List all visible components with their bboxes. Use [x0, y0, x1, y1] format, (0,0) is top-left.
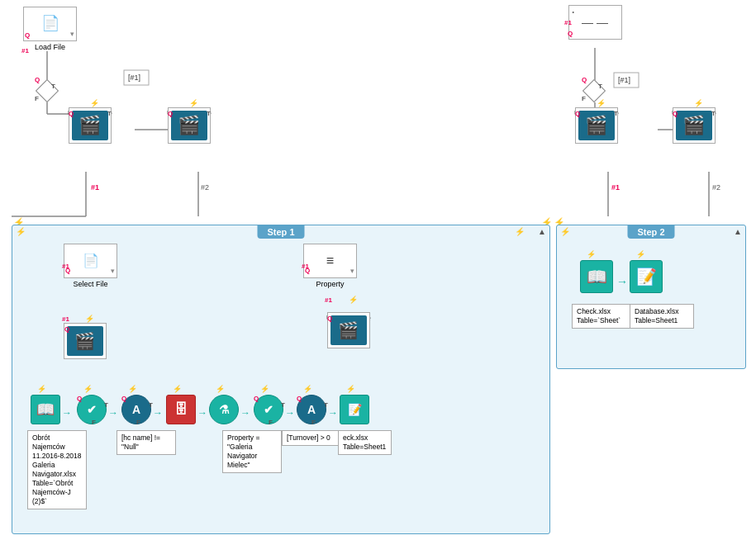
- property-node[interactable]: ≡ ▾ Property Q #1: [303, 244, 357, 288]
- step2-collapse[interactable]: ▲: [734, 227, 742, 236]
- alpha-node-2[interactable]: ⚡ A Q T F: [297, 395, 326, 424]
- check-node-2[interactable]: ⚡ ✔ Q T F: [254, 395, 283, 424]
- svg-text:[#1]: [#1]: [128, 73, 140, 82]
- filter3-data: [Turnover] > 0: [282, 430, 341, 446]
- update-formula-2[interactable]: 🎬 Update Valuewith Formula Q T ⚡: [167, 107, 212, 126]
- liquid-node[interactable]: ⚡ ⚗: [209, 395, 239, 424]
- formula-icon-4: 🎬: [676, 111, 712, 140]
- upload-db-node[interactable]: — — • Upload to Database Q #1: [566, 5, 624, 23]
- update-input-icon: 🎬: [67, 326, 103, 356]
- svg-text:#2: #2: [712, 183, 720, 192]
- svg-text:[#1]: [#1]: [618, 76, 630, 84]
- update-value-node[interactable]: 🎬 Update Value Q ⚡ #1: [326, 312, 371, 322]
- step1-container: Step 1 ▲ ⚡ ⚡ 📄 ▾ Select File Q #1 🎬 Upda…: [12, 225, 550, 534]
- step2-container: Step 2 ▲ ⚡ ⚡ 📖 → ⚡ 📝 Check.xlsxTable=`Sh…: [556, 225, 746, 369]
- alpha-node-1[interactable]: ⚡ A Q T F: [121, 395, 151, 424]
- load-file-node[interactable]: 📄 ▾ Load File #1 Q: [23, 7, 77, 51]
- formula-icon-2: 🎬: [171, 111, 207, 140]
- upload-db-icon: — —: [582, 16, 608, 30]
- update-formula-4[interactable]: 🎬 Update Valuewith Formula Q T ⚡: [672, 107, 716, 126]
- write-node-2[interactable]: ⚡ 📝: [630, 260, 663, 293]
- update-formula-1[interactable]: 🎬 Update Valuewith Formula Q T ⚡: [68, 107, 112, 126]
- property-icon: ≡: [326, 253, 334, 268]
- select-file-node[interactable]: 📄 ▾ Select File Q #1: [64, 244, 117, 288]
- canvas: #1 #2 [#1] #1 #2 [#1] #1 #1 #1 #1: [0, 0, 756, 540]
- write1-data: eck.xlsxTable=Sheet1: [338, 430, 392, 455]
- formula-icon-3: 🎬: [578, 111, 615, 140]
- step1-collapse[interactable]: ▲: [538, 227, 546, 236]
- svg-rect-19: [124, 70, 149, 85]
- update-input-node[interactable]: 🎬 Update InputData Tool Q ⚡ #1: [64, 323, 107, 341]
- book-node-2[interactable]: ⚡ 📖: [580, 260, 613, 293]
- svg-rect-12: [614, 73, 639, 88]
- db-data: Database.xlsxTable=Sheet1: [630, 304, 694, 329]
- select-file-label: Select File: [73, 280, 107, 288]
- formula-icon-1: 🎬: [72, 111, 108, 140]
- write-node-1[interactable]: ⚡ 📝: [340, 395, 369, 424]
- property-label: Property: [316, 280, 344, 288]
- load-file-label: Load File: [35, 43, 65, 51]
- filter2-data: Property ="GaleriaNavigatorMielec": [222, 430, 282, 473]
- svg-text:#1: #1: [91, 183, 99, 192]
- step2-title: Step 2: [627, 225, 674, 239]
- svg-text:#1: #1: [611, 183, 620, 192]
- load-file-icon: 📄: [41, 15, 59, 33]
- book-node-1[interactable]: ⚡ 📖: [31, 395, 60, 424]
- svg-text:#2: #2: [201, 183, 209, 192]
- step1-title: Step 1: [257, 225, 304, 239]
- db-red-node[interactable]: ⚡ 🗄: [166, 395, 196, 424]
- filter1-data: [hc name] !="Null": [116, 430, 176, 455]
- check-node-1[interactable]: ⚡ ✔ Q T F: [77, 395, 107, 424]
- select-file-icon: 📄: [83, 253, 99, 268]
- check-data: Check.xlsxTable=`Sheet`: [572, 304, 631, 329]
- update-formula-3[interactable]: 🎬 Update Valuewith Formula Q T ⚡: [574, 107, 619, 126]
- update-value-icon: 🎬: [330, 315, 367, 345]
- book1-data: Obrót Najemców11.2016-8.2018GaleriaNavig…: [27, 430, 87, 509]
